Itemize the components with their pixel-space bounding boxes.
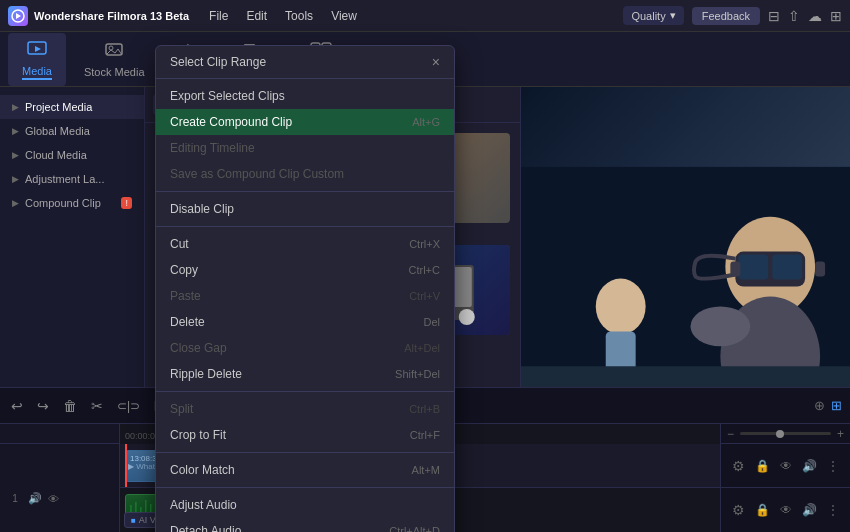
svg-rect-4 [106, 44, 122, 55]
video-lock-icon[interactable]: 🔒 [755, 459, 770, 473]
ripple-icon[interactable]: ⊞ [831, 398, 842, 413]
context-color-match[interactable]: Color Match Alt+M [156, 457, 454, 483]
audio-track-right-controls: ⚙ 🔒 👁 🔊 ⋮ [721, 488, 850, 532]
timeline-right-controls: − + ⚙ 🔒 👁 🔊 ⋮ ⚙ 🔒 👁 🔊 ⋮ [720, 424, 850, 532]
svg-point-24 [690, 306, 750, 346]
video-settings-icon[interactable]: ⚙ [732, 458, 745, 474]
context-create-compound[interactable]: Create Compound Clip Alt+G [156, 109, 454, 135]
svg-rect-19 [738, 255, 768, 280]
audio-volume-icon[interactable]: 🔊 [802, 503, 817, 517]
sidebar-item-cloud-media[interactable]: ▶ Cloud Media [0, 143, 144, 167]
zoom-out-icon[interactable]: − [727, 427, 734, 441]
sidebar-item-compound-clip[interactable]: ▶ Compound Clip ! [0, 191, 144, 215]
context-paste: Paste Ctrl+V [156, 283, 454, 309]
grid-icon[interactable]: ⊞ [830, 8, 842, 24]
stock-media-tab-icon [104, 40, 124, 63]
zoom-in-icon[interactable]: + [837, 427, 844, 441]
global-media-label: Global Media [25, 125, 90, 137]
app-logo-icon [8, 6, 28, 26]
compound-clip-arrow: ▶ [12, 198, 19, 208]
context-section-3: Cut Ctrl+X Copy Ctrl+C Paste Ctrl+V Dele… [156, 227, 454, 392]
audio-more-icon[interactable]: ⋮ [827, 503, 839, 517]
context-ripple-delete[interactable]: Ripple Delete Shift+Del [156, 361, 454, 387]
adjustment-arrow: ▶ [12, 174, 19, 184]
context-split: Split Ctrl+B [156, 396, 454, 422]
cloud-media-label: Cloud Media [25, 149, 87, 161]
menu-bar: File Edit Tools View [201, 5, 365, 27]
menu-edit[interactable]: Edit [238, 5, 275, 27]
tab-stock-media-label: Stock Media [84, 66, 145, 78]
svg-point-25 [596, 279, 646, 335]
context-section-2: Disable Clip [156, 192, 454, 227]
context-detach-audio[interactable]: Detach Audio Ctrl+Alt+D [156, 518, 454, 532]
context-export-selected[interactable]: Export Selected Clips [156, 83, 454, 109]
context-section-5: Color Match Alt+M [156, 453, 454, 488]
tab-media[interactable]: Media [8, 33, 66, 86]
delete-icon[interactable]: 🗑 [60, 395, 80, 417]
share-icon[interactable]: ⇧ [788, 8, 800, 24]
zoom-slider-thumb[interactable] [776, 430, 784, 438]
context-section-1: Export Selected Clips Create Compound Cl… [156, 79, 454, 192]
feedback-button[interactable]: Feedback [692, 7, 760, 25]
context-section-6: Adjust Audio Detach Audio Ctrl+Alt+D Mut… [156, 488, 454, 532]
timeline-zoom-controls: − + [721, 424, 850, 444]
top-bar-right: Quality ▾ Feedback ⊟ ⇧ ☁ ⊞ [623, 6, 842, 25]
undo-icon[interactable]: ↩ [8, 395, 26, 417]
ruler-label [0, 424, 119, 444]
track-1-volume-icon[interactable]: 🔊 [28, 492, 42, 505]
context-cut[interactable]: Cut Ctrl+X [156, 231, 454, 257]
context-editing-timeline: Editing Timeline [156, 135, 454, 161]
context-menu-title: Select Clip Range [170, 55, 266, 69]
track-label-1: 1 🔊 👁 [0, 444, 120, 532]
video-eye-icon[interactable]: 👁 [780, 459, 792, 473]
menu-file[interactable]: File [201, 5, 236, 27]
context-menu-header: Select Clip Range × [156, 46, 454, 79]
menu-tools[interactable]: Tools [277, 5, 321, 27]
track-1-eye-icon[interactable]: 👁 [48, 493, 59, 505]
magnet-icon[interactable]: ⊕ [814, 398, 825, 413]
audio-settings-icon[interactable]: ⚙ [732, 502, 745, 518]
global-media-arrow: ▶ [12, 126, 19, 136]
split-icon[interactable]: ⊂|⊃ [114, 396, 143, 416]
context-disable-clip[interactable]: Disable Clip [156, 196, 454, 222]
cloud-icon[interactable]: ☁ [808, 8, 822, 24]
sidebar-item-adjustment-layer[interactable]: ▶ Adjustment La... [0, 167, 144, 191]
svg-point-15 [458, 309, 474, 325]
top-bar-icons: ⊟ ⇧ ☁ ⊞ [768, 8, 842, 24]
project-media-label: Project Media [25, 101, 92, 113]
video-more-icon[interactable]: ⋮ [827, 459, 839, 473]
sidebar-item-project-media[interactable]: ▶ Project Media [0, 95, 144, 119]
compound-clip-label: Compound Clip [25, 197, 101, 209]
video-track-right-controls: ⚙ 🔒 👁 🔊 ⋮ [721, 444, 850, 488]
redo-icon[interactable]: ↪ [34, 395, 52, 417]
context-save-compound-custom: Save as Compound Clip Custom [156, 161, 454, 187]
svg-rect-22 [815, 262, 825, 277]
audio-eye-icon[interactable]: 👁 [780, 503, 792, 517]
tab-media-label: Media [22, 65, 52, 80]
context-menu: Select Clip Range × Export Selected Clip… [155, 45, 455, 532]
sidebar-item-global-media[interactable]: ▶ Global Media [0, 119, 144, 143]
adjustment-label: Adjustment La... [25, 173, 105, 185]
context-section-4: Split Ctrl+B Crop to Fit Ctrl+F [156, 392, 454, 453]
context-crop-to-fit[interactable]: Crop to Fit Ctrl+F [156, 422, 454, 448]
video-volume-icon[interactable]: 🔊 [802, 459, 817, 473]
project-media-arrow: ▶ [12, 102, 19, 112]
media-tab-icon [27, 39, 47, 62]
monitor-icon[interactable]: ⊟ [768, 8, 780, 24]
tab-stock-media[interactable]: Stock Media [70, 34, 159, 84]
context-copy[interactable]: Copy Ctrl+C [156, 257, 454, 283]
cut-icon[interactable]: ✂ [88, 395, 106, 417]
app-logo: Wondershare Filmora 13 Beta [8, 6, 189, 26]
menu-view[interactable]: View [323, 5, 365, 27]
svg-rect-20 [772, 255, 802, 280]
context-delete[interactable]: Delete Del [156, 309, 454, 335]
track-labels: 1 🔊 👁 1 🔊 👁 [0, 424, 120, 532]
context-adjust-audio[interactable]: Adjust Audio [156, 492, 454, 518]
audio-lock-icon[interactable]: 🔒 [755, 503, 770, 517]
top-menu-bar: Wondershare Filmora 13 Beta File Edit To… [0, 0, 850, 32]
playhead[interactable] [125, 444, 127, 487]
quality-selector[interactable]: Quality ▾ [623, 6, 683, 25]
compound-clip-badge: ! [121, 197, 132, 209]
context-close-button[interactable]: × [432, 54, 440, 70]
context-close-gap: Close Gap Alt+Del [156, 335, 454, 361]
